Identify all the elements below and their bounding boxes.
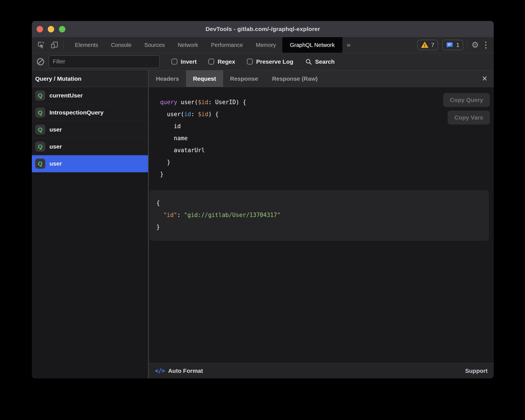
query-type-badge: Q — [35, 125, 45, 135]
tab-network[interactable]: Network — [171, 37, 204, 53]
settings-gear-icon[interactable]: ⚙ — [471, 41, 479, 49]
auto-format-label: Auto Format — [168, 367, 203, 374]
query-name-label: currentUser — [49, 92, 83, 99]
detail-tab-strip: HeadersRequestResponseResponse (Raw) ✕ — [149, 70, 494, 87]
request-view: query user($id: UserID) { user(id: $id) … — [149, 87, 494, 363]
query-list-item[interactable]: Quser — [32, 155, 148, 172]
tab-headers[interactable]: Headers — [149, 70, 186, 87]
query-variables-block: { "id": "gid://gitlab/User/13704317"} — [149, 190, 489, 241]
query-name-label: user — [49, 160, 62, 167]
tab-response[interactable]: Response — [223, 70, 265, 87]
window-title: DevTools - gitlab.com/-/graphql-explorer — [32, 26, 494, 32]
code-format-icon: </> — [155, 367, 165, 374]
code-line: name — [160, 132, 494, 144]
message-bubble-icon — [446, 42, 453, 48]
tab-request[interactable]: Request — [186, 70, 223, 87]
query-type-badge: Q — [35, 142, 45, 152]
devtools-tab-strip: ElementsConsoleSourcesNetworkPerformance… — [68, 37, 342, 53]
issues-count: 1 — [456, 42, 459, 48]
toolbar-right-divider — [467, 41, 467, 49]
filter-input[interactable] — [49, 55, 160, 68]
query-list-item[interactable]: QIntrospectionQuery — [32, 104, 148, 121]
preserve-log-checkbox[interactable] — [247, 59, 253, 65]
query-name-label: user — [49, 126, 62, 133]
warning-triangle-icon — [421, 42, 428, 48]
query-type-badge: Q — [35, 90, 45, 101]
query-list-item[interactable]: Quser — [32, 121, 148, 138]
code-line: { — [156, 197, 482, 209]
invert-label: Invert — [181, 58, 197, 65]
support-link[interactable]: Support — [465, 367, 488, 374]
preserve-log-checkbox-group[interactable]: Preserve Log — [247, 58, 293, 65]
clear-icon[interactable] — [37, 58, 44, 65]
query-sidebar: Query / Mutation QcurrentUserQIntrospect… — [32, 70, 149, 378]
tab-performance[interactable]: Performance — [205, 37, 250, 53]
code-line: } — [160, 156, 494, 168]
regex-label: Regex — [218, 58, 235, 65]
code-line: "id": "gid://gitlab/User/13704317" — [156, 209, 482, 221]
detail-panel: HeadersRequestResponseResponse (Raw) ✕ q… — [149, 70, 494, 378]
code-line: } — [160, 168, 494, 180]
copy-vars-button[interactable]: Copy Vars — [448, 111, 490, 125]
copy-query-button[interactable]: Copy Query — [443, 93, 490, 107]
query-list-item[interactable]: QcurrentUser — [32, 87, 148, 104]
tab-memory[interactable]: Memory — [249, 37, 282, 53]
close-panel-icon[interactable]: ✕ — [476, 70, 494, 87]
tab-graphql-network[interactable]: GraphQL Network — [282, 37, 342, 53]
customize-menu-icon[interactable] — [483, 42, 489, 49]
issues-badge[interactable]: 1 — [442, 40, 463, 50]
regex-checkbox-group[interactable]: Regex — [208, 58, 235, 65]
search-label: Search — [315, 58, 335, 65]
search-icon — [305, 58, 312, 65]
invert-checkbox-group[interactable]: Invert — [171, 58, 197, 65]
inspect-element-icon[interactable] — [36, 40, 46, 50]
warnings-badge[interactable]: 7 — [417, 40, 438, 50]
query-list: QcurrentUserQIntrospectionQueryQuserQuse… — [32, 87, 148, 172]
devtools-toolbar: ElementsConsoleSourcesNetworkPerformance… — [32, 37, 494, 53]
code-line: avatarUrl — [160, 144, 494, 156]
query-list-item[interactable]: Quser — [32, 138, 148, 155]
preserve-log-label: Preserve Log — [256, 58, 293, 65]
code-line: } — [156, 221, 482, 233]
panel-footer: </> Auto Format Support — [149, 363, 494, 378]
query-name-label: IntrospectionQuery — [49, 109, 104, 116]
search-control[interactable]: Search — [305, 58, 335, 65]
filter-bar: Invert Regex Preserve Log Search — [32, 53, 494, 70]
tab-console[interactable]: Console — [104, 37, 138, 53]
sidebar-header: Query / Mutation — [32, 70, 148, 87]
query-type-badge: Q — [35, 159, 45, 169]
query-variables-code: { "id": "gid://gitlab/User/13704317"} — [156, 197, 482, 233]
devtools-window: DevTools - gitlab.com/-/graphql-explorer… — [32, 21, 494, 378]
tab-elements[interactable]: Elements — [68, 37, 104, 53]
tab-response-raw[interactable]: Response (Raw) — [265, 70, 324, 87]
more-tabs-button[interactable]: » — [342, 37, 355, 53]
device-toolbar-icon[interactable] — [50, 40, 59, 50]
title-bar: DevTools - gitlab.com/-/graphql-explorer — [32, 21, 494, 37]
regex-checkbox[interactable] — [208, 59, 214, 65]
warning-count: 7 — [431, 42, 435, 48]
toolbar-divider — [63, 41, 63, 49]
auto-format-button[interactable]: </> Auto Format — [155, 367, 203, 374]
query-name-label: user — [49, 143, 62, 150]
tab-sources[interactable]: Sources — [138, 37, 171, 53]
query-type-badge: Q — [35, 108, 45, 118]
invert-checkbox[interactable] — [171, 59, 177, 65]
